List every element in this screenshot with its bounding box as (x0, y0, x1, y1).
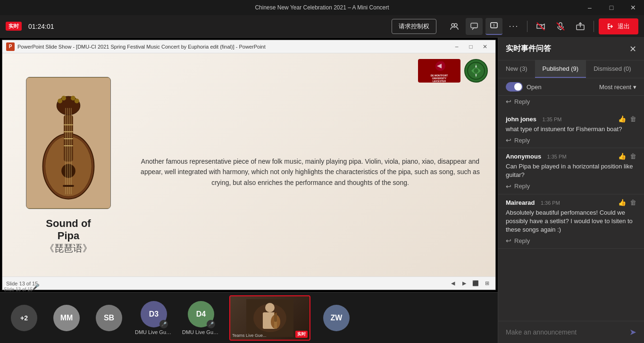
slide-logos: DE MONTFORTUNIVERSITYLEICESTER (418, 59, 488, 83)
participants-icon[interactable] (446, 18, 463, 35)
leave-button[interactable]: 退出 (599, 18, 638, 34)
qa-time-2: 1:35 PM (547, 154, 567, 159)
minimize-button[interactable]: – (579, 0, 601, 15)
d4-mic-icon: 🎤 (207, 320, 215, 328)
delete-button-1[interactable]: 🗑 (630, 115, 636, 123)
open-toggle[interactable] (506, 82, 523, 92)
svg-point-20 (71, 96, 75, 100)
meeting-toolbar: 实时 01:24:01 请求控制权 ··· (0, 15, 644, 38)
participant-zw: ZW (320, 305, 353, 331)
qa-author-1: john jones (506, 116, 536, 123)
reply-icon-1: ↩ (506, 136, 511, 144)
mic-toggle[interactable] (552, 18, 569, 35)
delete-button-2[interactable]: 🗑 (630, 152, 636, 160)
like-button-2[interactable]: 👍 (618, 152, 626, 160)
slide-controls[interactable]: ◀ ▶ ⬛ ⊞ (448, 279, 492, 288)
filter-row: Open Most recent ▾ (498, 78, 644, 96)
svg-rect-25 (64, 124, 73, 125)
reply-row-3: ↩ Reply (506, 234, 636, 244)
reply-icon-2: ↩ (506, 183, 511, 190)
announcement-area: ➤ (498, 321, 644, 343)
svg-point-10 (474, 68, 478, 73)
avatar-d3: D3 🎤 (141, 301, 167, 327)
panel-title: 实时事件问答 (506, 44, 551, 54)
tab-dismissed[interactable]: Dismissed (0) (586, 60, 638, 78)
toggle-container: Open (506, 82, 542, 92)
slide-body: Sound of Pipa 《琵琶语》 Another famous repre… (2, 67, 495, 276)
qa-actions-1: 👍 🗑 (618, 115, 636, 123)
right-panel: 实时事件问答 ✕ New (3) Published (9) Dismissed… (498, 38, 644, 343)
ppt-restore[interactable]: □ (464, 42, 477, 51)
share-icon[interactable] (572, 18, 589, 35)
presenter-video: 实时 Teams Live Gue... (229, 295, 310, 341)
window-controls: – □ ✕ (579, 0, 644, 15)
qa-message-1-header: john jones 1:35 PM 👍 🗑 (506, 115, 636, 123)
tab-new[interactable]: New (3) (498, 60, 535, 78)
panel-header: 实时事件问答 ✕ (498, 38, 644, 60)
reply-row-1: ↩ Reply (506, 134, 636, 144)
d4-label: DMU Live Guest 4 (182, 329, 220, 335)
svg-point-0 (452, 24, 454, 26)
svg-line-4 (537, 23, 544, 30)
slide-grid[interactable]: ⊞ (482, 279, 492, 288)
like-button-1[interactable]: 👍 (618, 115, 626, 123)
avatar-sb: SB (96, 305, 122, 331)
qa-message-2-meta: Anonymous 1:35 PM (506, 152, 567, 160)
qa-icon[interactable] (485, 18, 502, 35)
more-icon[interactable]: ··· (505, 18, 522, 35)
qa-time-3: 1:36 PM (541, 200, 560, 206)
chat-icon[interactable] (466, 18, 483, 35)
toggle-knob (514, 83, 522, 91)
participant-d4: D4 🎤 DMU Live Guest 4 (182, 301, 220, 335)
separator (527, 21, 527, 32)
slide-content: DE MONTFORTUNIVERSITYLEICESTER (2, 53, 495, 290)
qa-message-2: Anonymous 1:35 PM 👍 🗑 Can Pipa be played… (498, 148, 644, 194)
reply-label-1[interactable]: Reply (514, 137, 530, 144)
slide-bottom-bar: Slide 13 of 15 ◀ ▶ ⬛ ⊞ (2, 276, 495, 290)
participants-strip: +2 MM SB D3 🎤 DMU Live Guest 3 D4 (0, 292, 498, 343)
slide-play[interactable]: ▶ (460, 279, 469, 288)
sort-button[interactable]: Most recent ▾ (599, 84, 636, 91)
maximize-button[interactable]: □ (601, 0, 622, 15)
svg-rect-27 (64, 138, 73, 139)
camera-toggle[interactable] (532, 18, 549, 35)
announcement-input[interactable] (506, 328, 629, 336)
ppt-minimize[interactable]: – (450, 42, 463, 51)
window-title: Chinese New Year Celebration 2021 – A Mi… (255, 4, 389, 11)
delete-button-3[interactable]: 🗑 (630, 199, 636, 206)
d3-mic-icon: 🎤 (159, 320, 168, 328)
qa-tabs: New (3) Published (9) Dismissed (0) (498, 60, 644, 78)
ppt-window-controls: – □ ✕ (450, 42, 492, 51)
panel-close-button[interactable]: ✕ (629, 44, 636, 54)
like-button-3[interactable]: 👍 (618, 199, 626, 206)
toggle-label: Open (527, 84, 542, 91)
reply-row-2: ↩ Reply (506, 180, 636, 190)
reply-icon-3: ↩ (506, 237, 511, 244)
qa-message-3: Mairearad 1:36 PM 👍 🗑 Absolutely beautif… (498, 194, 644, 249)
close-button[interactable]: ✕ (622, 0, 644, 15)
slide-prev[interactable]: ◀ (448, 279, 458, 288)
qa-message-3-header: Mairearad 1:36 PM 👍 🗑 (506, 198, 636, 207)
slide-indicator: Slide 13 of 15 (4, 287, 33, 292)
slide-next[interactable]: ⬛ (471, 279, 480, 288)
qa-text-1: what type of instunent for Fisherman boa… (506, 125, 636, 134)
request-control-button[interactable]: 请求控制权 (392, 19, 436, 34)
main-area: P PowerPoint Slide Show - [DMU-CI 2021 S… (0, 38, 644, 343)
reply-label-3[interactable]: Reply (514, 237, 530, 244)
svg-rect-28 (64, 145, 73, 146)
reply-label[interactable]: Reply (514, 98, 530, 105)
participant-video: 实时 Teams Live Gue... (229, 295, 310, 341)
reply-icon: ↩ (506, 98, 511, 105)
video-live-tag: 实时 (295, 331, 308, 338)
send-button[interactable]: ➤ (629, 327, 636, 337)
participant-d3: D3 🎤 DMU Live Guest 3 (135, 301, 173, 335)
top-reply-row: ↩ Reply (498, 96, 644, 107)
presenter-mic-icon: 🎤 (33, 284, 40, 290)
reply-label-2[interactable]: Reply (514, 183, 530, 190)
tab-published[interactable]: Published (9) (535, 60, 586, 78)
qa-messages: john jones 1:35 PM 👍 🗑 what type of inst… (498, 107, 644, 321)
ppt-close[interactable]: ✕ (478, 42, 492, 51)
ppt-window: P PowerPoint Slide Show - [DMU-CI 2021 S… (2, 40, 496, 290)
ci-logo-inner (467, 61, 485, 81)
participant-mm: MM (50, 305, 83, 331)
